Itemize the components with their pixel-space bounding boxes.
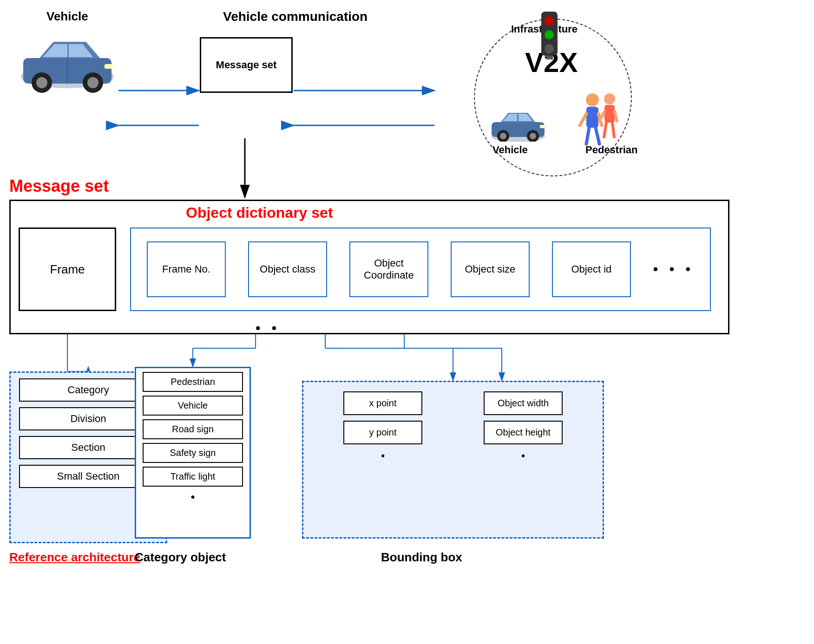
vehicle-label-v2x: Vehicle [492, 144, 528, 156]
ref-arch-label[interactable]: Reference architecture [9, 550, 140, 565]
svg-point-43 [500, 133, 506, 139]
svg-rect-54 [604, 105, 615, 123]
vehicle-label-top: Vehicle [46, 9, 88, 24]
bound-object-height: Object height [484, 421, 563, 444]
pedestrian-label-v2x: Pedestrian [585, 144, 638, 156]
svg-rect-48 [586, 107, 598, 128]
cat-item-vehicle: Vehicle [143, 396, 243, 416]
cat-item-road-sign: Road sign [143, 419, 243, 439]
cat-obj-box: Pedestrian Vehicle Road sign Safety sign… [135, 367, 251, 539]
bound-y-point: y point [343, 421, 422, 444]
field-object-coordinate: Object Coordinate [349, 241, 428, 297]
car-v2x-image [488, 104, 548, 142]
svg-line-49 [580, 114, 586, 125]
svg-point-35 [545, 44, 554, 53]
cat-item-traffic-light: Traffic light [143, 467, 243, 487]
bound-box-label: Bounding box [381, 550, 462, 565]
svg-line-57 [604, 123, 606, 137]
svg-line-51 [586, 128, 589, 144]
bound-col-right: Object width Object height • [484, 391, 563, 462]
field-object-size: Object size [451, 241, 530, 297]
message-set-box: Message set [200, 37, 293, 93]
svg-point-53 [604, 93, 615, 104]
bound-dots-left: • [381, 450, 385, 462]
dots-below-row: • • [256, 320, 280, 336]
svg-point-33 [545, 16, 554, 26]
svg-point-29 [87, 77, 98, 88]
dots-more-fields: • • • [653, 261, 694, 277]
car-topleft-image [14, 28, 121, 98]
field-object-id: Object id [552, 241, 631, 297]
svg-rect-36 [546, 56, 553, 59]
field-frame-no: Frame No. [147, 241, 226, 297]
svg-point-34 [545, 30, 554, 39]
bound-object-width: Object width [484, 391, 563, 415]
cat-obj-label: Category object [135, 550, 226, 565]
dict-title: Object dictionary set [186, 204, 333, 221]
svg-point-45 [530, 133, 536, 139]
bound-dots-right: • [521, 450, 525, 462]
vehicle-comm-label: Vehicle communication [223, 9, 368, 24]
bounding-box: x point y point • Object width Object he… [302, 381, 604, 539]
bound-x-point: x point [343, 391, 422, 415]
bound-col-left: x point y point • [343, 391, 422, 462]
svg-rect-30 [105, 64, 113, 69]
message-set-red-label: Message set [9, 176, 109, 196]
cat-item-pedestrian: Pedestrian [143, 372, 243, 392]
svg-line-56 [615, 111, 617, 121]
traffic-light-icon [537, 9, 562, 62]
pedestrian-v2x-image [576, 91, 623, 151]
svg-line-52 [596, 128, 599, 144]
svg-point-27 [36, 77, 47, 88]
cat-item-dots: • [136, 490, 249, 503]
cat-item-safety-sign: Safety sign [143, 443, 243, 463]
svg-point-47 [586, 93, 599, 106]
svg-line-58 [612, 123, 614, 137]
object-fields-row: Frame No. Object class Object Coordinate… [130, 228, 711, 311]
svg-rect-46 [540, 125, 545, 128]
frame-box: Frame [19, 228, 116, 311]
field-object-class: Object class [248, 241, 327, 297]
